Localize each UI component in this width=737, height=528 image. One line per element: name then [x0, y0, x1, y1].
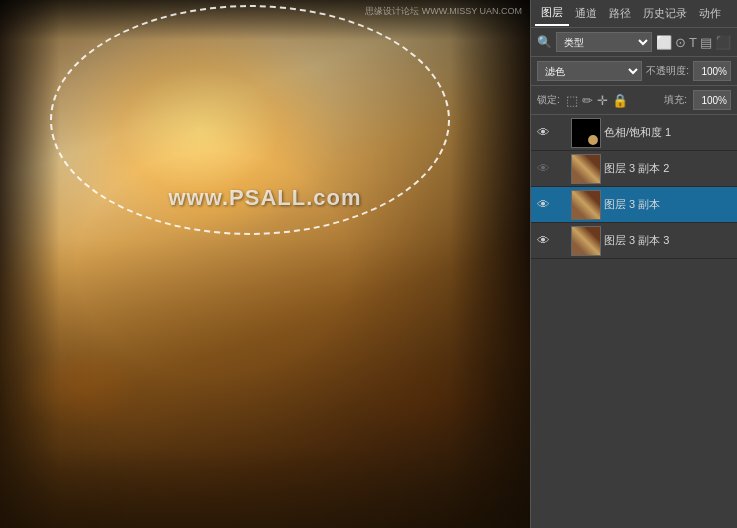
tab-paths[interactable]: 路径 — [603, 2, 637, 25]
eye-icon: 👁 — [537, 161, 550, 176]
opacity-label: 不透明度: — [646, 64, 689, 78]
fill-input[interactable] — [693, 90, 731, 110]
filter-icon-2[interactable]: ⊙ — [675, 35, 686, 50]
tab-history[interactable]: 历史记录 — [637, 2, 693, 25]
lock-pixels-icon[interactable]: ✏ — [582, 93, 593, 108]
tab-channels[interactable]: 通道 — [569, 2, 603, 25]
eye-icon: 👁 — [537, 233, 550, 248]
layer-name: 图层 3 副本 3 — [604, 233, 733, 248]
eye-icon: 👁 — [537, 125, 550, 140]
filter-row: 🔍 类型 ⬜ ⊙ T ▤ ⬛ — [531, 28, 737, 57]
filter-icon-3[interactable]: T — [689, 35, 697, 50]
layer-name: 图层 3 副本 2 — [604, 161, 733, 176]
vignette — [0, 0, 530, 528]
layer-name: 图层 3 副本 — [604, 197, 733, 212]
layer-visibility-toggle[interactable]: 👁 — [535, 161, 551, 177]
filter-icons-group: ⬜ ⊙ T ▤ ⬛ — [656, 35, 731, 50]
layer-thumbnail — [571, 226, 601, 256]
type-filter-select[interactable]: 类型 — [556, 32, 652, 52]
layer-item[interactable]: 👁 图层 3 副本 2 — [531, 151, 737, 187]
fill-label: 填充: — [664, 93, 687, 107]
lock-row: 锁定: ⬚ ✏ ✛ 🔒 填充: — [531, 86, 737, 115]
lock-label: 锁定: — [537, 93, 560, 107]
blend-mode-select[interactable]: 滤色 — [537, 61, 642, 81]
lock-transparent-icon[interactable]: ⬚ — [566, 93, 578, 108]
layer-thumbnail — [571, 154, 601, 184]
tab-layers[interactable]: 图层 — [535, 1, 569, 26]
search-icon: 🔍 — [537, 35, 552, 49]
layer-visibility-toggle[interactable]: 👁 — [535, 233, 551, 249]
blend-row: 滤色 不透明度: — [531, 57, 737, 86]
layers-panel: 图层 通道 路径 历史记录 动作 🔍 类型 ⬜ ⊙ T ▤ ⬛ 滤色 不透明度:… — [530, 0, 737, 528]
site-watermark: 思缘设计论坛 WWW.MISSY UAN.COM — [365, 5, 522, 18]
eye-icon: 👁 — [537, 197, 550, 212]
lock-position-icon[interactable]: ✛ — [597, 93, 608, 108]
canvas-area: www.PSALL.com 思缘设计论坛 WWW.MISSY UAN.COM — [0, 0, 530, 528]
canvas-watermark: www.PSALL.com — [168, 185, 361, 211]
layer-item[interactable]: 👁 图层 3 副本 3 — [531, 223, 737, 259]
layer-thumbnail — [571, 190, 601, 220]
lock-icons-group: ⬚ ✏ ✛ 🔒 — [566, 93, 628, 108]
filter-icon-5[interactable]: ⬛ — [715, 35, 731, 50]
layer-item[interactable]: 👁 色相/饱和度 1 — [531, 115, 737, 151]
layer-thumbnail — [571, 118, 601, 148]
layer-visibility-toggle[interactable]: 👁 — [535, 197, 551, 213]
opacity-input[interactable] — [693, 61, 731, 81]
tab-actions[interactable]: 动作 — [693, 2, 727, 25]
layer-name: 色相/饱和度 1 — [604, 125, 733, 140]
lock-all-icon[interactable]: 🔒 — [612, 93, 628, 108]
filter-icon-1[interactable]: ⬜ — [656, 35, 672, 50]
layers-list: 👁 色相/饱和度 1 👁 图层 3 副本 2 👁 图层 3 副本 — [531, 115, 737, 259]
filter-icon-4[interactable]: ▤ — [700, 35, 712, 50]
panel-tabs: 图层 通道 路径 历史记录 动作 — [531, 0, 737, 28]
layer-item[interactable]: 👁 图层 3 副本 — [531, 187, 737, 223]
layer-visibility-toggle[interactable]: 👁 — [535, 125, 551, 141]
